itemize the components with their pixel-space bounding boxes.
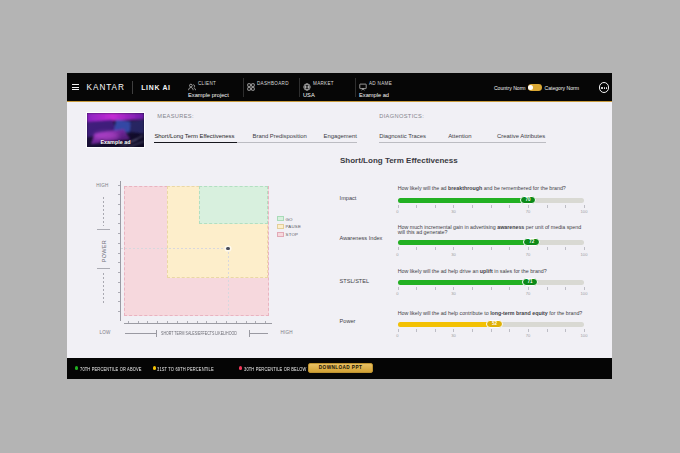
scale-tick [398,205,399,208]
footer-legend-dot [153,366,156,369]
x-axis-tick [246,321,247,323]
diagnostics-tab-3[interactable]: Creative Attributes [497,133,545,139]
data-point[interactable] [226,247,230,251]
scale-tick-label: 100 [578,291,590,296]
country-norm-label[interactable]: Country Norm [494,85,526,91]
x-axis-tick [128,321,129,323]
scale-tick-label: 30 [447,291,459,296]
x-axis-tick [167,321,168,323]
x-axis-tick [177,321,178,323]
y-guide-tick [97,229,110,230]
scale-tick [453,287,454,290]
y-axis-tick [118,204,120,205]
scale-tick-label: 0 [392,333,404,338]
y-axis-tick [118,194,120,195]
scale-tick-label: 30 [447,333,459,338]
dashboard-icon [247,77,255,85]
question-emphasis: breakthrough [448,185,482,191]
metric-value-pill[interactable]: 71 [522,278,539,286]
scale-tick [528,287,529,290]
scale-tick [509,287,510,290]
ad-thumbnail-caption: Example ad [87,139,144,145]
y-axis-tick [118,262,120,263]
metric-value-pill[interactable]: 72 [523,238,540,246]
measures-tab-2[interactable]: Brand Predisposition [253,133,307,139]
y-axis-tick [118,233,120,234]
measures-tab-1[interactable]: Short/Long Term Effectiveness [154,133,234,139]
nav-item-value: USA [303,92,315,98]
scale-tick [547,247,548,250]
scale-tick-label: 70 [522,209,534,214]
scale-tick-label: 100 [578,209,590,214]
dot [601,87,602,88]
download-ppt-button[interactable]: DOWNLOAD PPT [308,363,373,373]
scale-tick-label: 70 [522,291,534,296]
scale-tick-label: 70 [522,252,534,257]
more-options-icon[interactable] [599,82,610,93]
menu-bar [72,89,79,90]
page-title: Short/Long Term Effectiveness [340,156,457,165]
scale-tick [565,329,566,332]
x-axis-tick [197,321,198,323]
diagnostics-tab-1[interactable]: Diagnostic Traces [379,133,426,139]
product-name: LINK AI [141,84,171,91]
x-annotation-line [125,333,157,334]
scale-tick [435,329,436,332]
legend-label: PAUSE [286,224,302,229]
y-axis-tick [118,223,120,224]
nav-item-label: AD NAME [369,81,392,86]
scale-tick [398,287,399,290]
scale-tick [565,247,566,250]
y-axis-tick [118,292,120,293]
metric-label: Power [340,318,356,324]
x-axis-tick [206,321,207,323]
y-axis-tick [118,214,120,215]
scale-tick [416,329,417,332]
scale-tick [584,247,585,250]
scale-tick [416,287,417,290]
scale-tick [453,205,454,208]
metric-label: Impact [340,195,357,201]
scale-tick [416,247,417,250]
dot [604,87,605,88]
y-axis-tick [118,243,120,244]
category-norm-label[interactable]: Category Norm [545,85,580,91]
x-axis-tick [236,321,237,323]
metric-question: How likely will the ad breakthrough and … [398,186,586,192]
x-axis-tick [265,321,266,323]
x-axis-tick [157,321,158,323]
norm-toggle[interactable] [528,84,542,91]
dashboard-icon-svg [247,83,255,91]
nav-item-label: DASHBOARD [257,81,289,86]
ad-name-icon-svg [359,83,367,91]
divider [132,81,133,94]
footer-legend-label: 31ST TO 69TH PERCENTILE [157,366,214,372]
nav-item-label: MARKET [313,81,334,86]
y-axis-tick [118,301,120,302]
nav-divider [243,78,244,98]
scale-tick [435,247,436,250]
diagnostics-tab-2[interactable]: Attention [448,133,471,139]
x-axis-title: SHORT TERM SALES/EFFECTS LIKELIHOOD [161,331,237,336]
question-emphasis: long-term brand equity [490,310,548,316]
scale-tick [491,287,492,290]
ad-thumbnail[interactable]: Example ad [86,112,145,148]
metric-value-pill[interactable]: 70 [520,196,537,204]
app-window: KANTAR LINK AI CLIENTExample projectDASH… [67,73,612,379]
scale-tick [398,247,399,250]
y-axis-tick [118,185,120,186]
scale-tick [491,329,492,332]
x-annotation-line [249,333,269,334]
footer-legend-dot [239,366,242,369]
legend-label: GO [286,217,293,222]
legend-swatch [277,232,284,237]
diagnostics-tab-rule [379,142,546,143]
metric-slider-fill [398,322,495,327]
market-icon [303,77,311,85]
menu-icon[interactable] [72,84,79,92]
metric-value-pill[interactable]: 52 [486,320,503,328]
question-emphasis: uplift [480,268,493,274]
measures-tab-3[interactable]: Engagement [324,133,357,139]
menu-bar [72,84,79,85]
point-guide-h [121,248,228,249]
